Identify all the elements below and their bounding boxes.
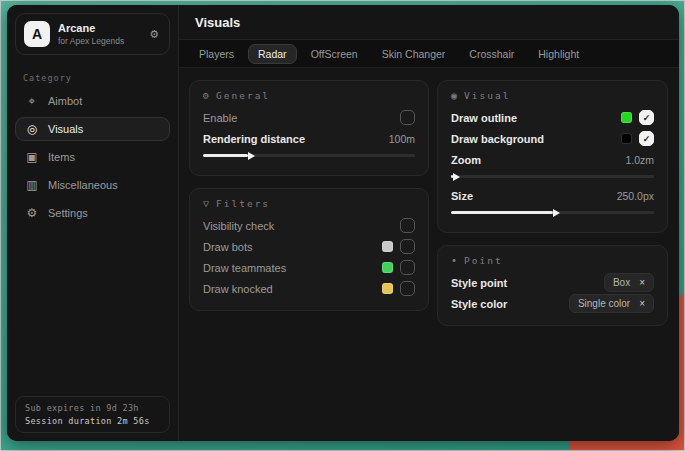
- eye-icon: ◎: [25, 122, 39, 136]
- draw-bots-checkbox[interactable]: [400, 239, 415, 254]
- slider-fill: [451, 211, 553, 214]
- draw-teammates-checkbox[interactable]: [400, 260, 415, 275]
- draw-teammates-color-swatch[interactable]: [382, 262, 393, 273]
- tab-skin-changer[interactable]: Skin Changer: [372, 44, 456, 64]
- tab-offscreen[interactable]: OffScreen: [301, 44, 368, 64]
- general-card: ⚙ General Enable Rendering distance 100m: [189, 80, 429, 176]
- sidebar-item-settings[interactable]: ⚙ Settings: [15, 201, 170, 225]
- app-subtitle: for Apex Legends: [58, 36, 139, 47]
- sidebar-item-miscellaneous[interactable]: ▥ Miscellaneous: [15, 173, 170, 197]
- draw-background-row: Draw background ✓: [451, 128, 654, 149]
- style-point-select[interactable]: Box ×: [604, 273, 654, 292]
- slider-fill: [203, 154, 248, 157]
- general-card-header: ⚙ General: [203, 90, 415, 101]
- sidebar-nav: ⌖ Aimbot ◎ Visuals ▣ Items ▥ Miscellaneo…: [7, 87, 178, 227]
- draw-teammates-label: Draw teammates: [203, 262, 286, 274]
- style-point-value: Box: [613, 277, 630, 288]
- desktop-background: A Arcane for Apex Legends ⚙ Category ⌖ A…: [0, 0, 685, 451]
- slider-fill: [451, 175, 453, 178]
- tab-bar: Players Radar OffScreen Skin Changer Cro…: [179, 40, 679, 68]
- app-window: A Arcane for Apex Legends ⚙ Category ⌖ A…: [7, 5, 679, 441]
- close-icon[interactable]: ×: [639, 277, 645, 288]
- zoom-slider[interactable]: [451, 175, 654, 178]
- visual-card: ◉ Visual Draw outline ✓ Draw background: [437, 80, 668, 233]
- left-column: ⚙ General Enable Rendering distance 100m: [189, 80, 429, 326]
- visibility-check-checkbox[interactable]: [400, 218, 415, 233]
- gear-icon: ⚙: [203, 90, 209, 101]
- box-icon: ▣: [25, 150, 39, 164]
- filters-card: ▽ Filters Visibility check Draw bots: [189, 188, 429, 311]
- main-area: Visuals Players Radar OffScreen Skin Cha…: [179, 5, 679, 441]
- rendering-distance-slider[interactable]: [203, 154, 415, 157]
- gear-icon: ⚙: [25, 206, 39, 220]
- style-color-row: Style color Single color ×: [451, 293, 654, 314]
- right-column: ◉ Visual Draw outline ✓ Draw background: [437, 80, 668, 326]
- sidebar-item-visuals[interactable]: ◎ Visuals: [15, 117, 170, 141]
- sidebar-item-items[interactable]: ▣ Items: [15, 145, 170, 169]
- sidebar-spacer: [7, 227, 178, 388]
- app-header-card: A Arcane for Apex Legends ⚙: [15, 13, 170, 55]
- sidebar: A Arcane for Apex Legends ⚙ Category ⌖ A…: [7, 5, 179, 441]
- visibility-check-label: Visibility check: [203, 220, 274, 232]
- close-icon[interactable]: ×: [639, 298, 645, 309]
- tab-crosshair[interactable]: Crosshair: [459, 44, 524, 64]
- content-area: ⚙ General Enable Rendering distance 100m: [179, 68, 679, 441]
- enable-checkbox[interactable]: [400, 110, 415, 125]
- draw-background-checkbox[interactable]: ✓: [639, 131, 654, 146]
- draw-outline-color-swatch[interactable]: [621, 112, 632, 123]
- draw-outline-label: Draw outline: [451, 112, 517, 124]
- tab-highlight[interactable]: Highlight: [528, 44, 589, 64]
- rendering-distance-label: Rendering distance: [203, 133, 305, 145]
- draw-background-label: Draw background: [451, 133, 544, 145]
- point-card: • Point Style point Box × Style color: [437, 245, 668, 326]
- sidebar-item-label: Miscellaneous: [48, 179, 118, 191]
- funnel-icon: ▽: [203, 198, 209, 209]
- page-title: Visuals: [195, 15, 663, 30]
- size-row: Size 250.0px: [451, 185, 654, 206]
- eye-icon: ◉: [451, 90, 457, 101]
- draw-bots-color-swatch[interactable]: [382, 241, 393, 252]
- style-color-select[interactable]: Single color ×: [569, 294, 654, 313]
- filters-card-header: ▽ Filters: [203, 198, 415, 209]
- gear-icon[interactable]: ⚙: [147, 26, 161, 43]
- category-label: Category: [23, 73, 178, 83]
- style-color-value: Single color: [578, 298, 630, 309]
- draw-knocked-row: Draw knocked: [203, 278, 415, 299]
- draw-teammates-row: Draw teammates: [203, 257, 415, 278]
- visual-card-header: ◉ Visual: [451, 90, 654, 101]
- style-point-row: Style point Box ×: [451, 272, 654, 293]
- dot-icon: •: [451, 255, 457, 266]
- draw-bots-label: Draw bots: [203, 241, 253, 253]
- visibility-check-row: Visibility check: [203, 215, 415, 236]
- zoom-value: 1.0zm: [625, 154, 654, 166]
- zoom-label: Zoom: [451, 154, 481, 166]
- enable-row: Enable: [203, 107, 415, 128]
- app-title-wrap: Arcane for Apex Legends: [58, 22, 139, 46]
- draw-outline-row: Draw outline ✓: [451, 107, 654, 128]
- sidebar-item-aimbot[interactable]: ⌖ Aimbot: [15, 89, 170, 113]
- rendering-distance-row: Rendering distance 100m: [203, 128, 415, 149]
- draw-knocked-checkbox[interactable]: [400, 281, 415, 296]
- enable-label: Enable: [203, 112, 237, 124]
- tab-radar[interactable]: Radar: [248, 44, 297, 64]
- draw-outline-checkbox[interactable]: ✓: [639, 110, 654, 125]
- sidebar-item-label: Items: [48, 151, 75, 163]
- sidebar-item-label: Visuals: [48, 123, 83, 135]
- grid-icon: ▥: [25, 178, 39, 192]
- size-label: Size: [451, 190, 473, 202]
- session-duration-text: Session duration 2m 56s: [25, 416, 160, 426]
- draw-knocked-color-swatch[interactable]: [382, 283, 393, 294]
- crosshair-icon: ⌖: [25, 94, 39, 108]
- draw-background-color-swatch[interactable]: [621, 133, 632, 144]
- card-title: Filters: [216, 198, 270, 209]
- rendering-distance-value: 100m: [389, 133, 415, 145]
- session-info-card: Sub expires in 9d 23h Session duration 2…: [15, 396, 170, 433]
- style-color-label: Style color: [451, 298, 507, 310]
- sidebar-item-label: Aimbot: [48, 95, 82, 107]
- sub-expiry-text: Sub expires in 9d 23h: [25, 403, 160, 413]
- card-title: Visual: [464, 90, 510, 101]
- zoom-row: Zoom 1.0zm: [451, 149, 654, 170]
- size-value: 250.0px: [617, 190, 654, 202]
- tab-players[interactable]: Players: [189, 44, 244, 64]
- size-slider[interactable]: [451, 211, 654, 214]
